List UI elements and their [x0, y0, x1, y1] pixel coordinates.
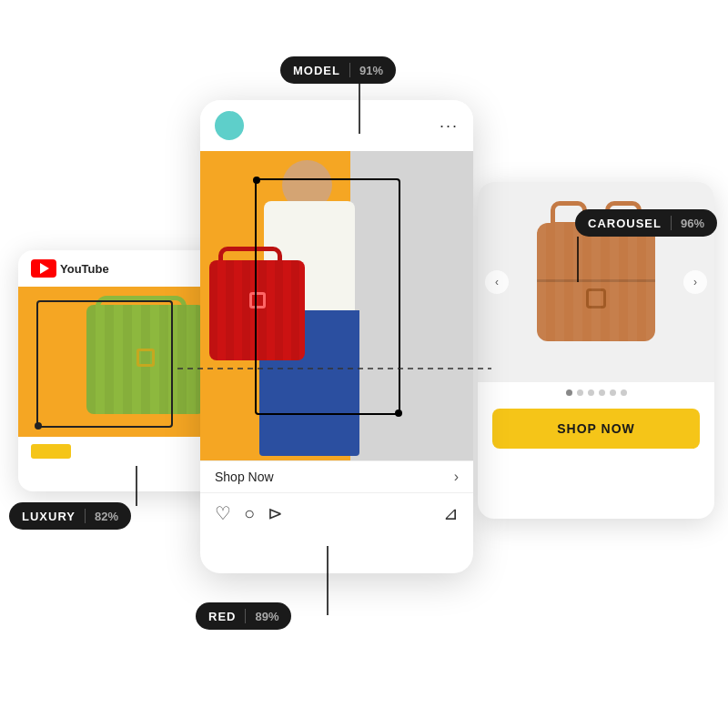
carousel-dot-1	[566, 389, 572, 396]
carousel-dot-5	[610, 389, 616, 396]
carousel-dot-6	[621, 389, 627, 396]
comment-icon[interactable]: ○	[244, 503, 255, 524]
model-badge-divider	[349, 63, 350, 77]
insta-selection-dot-tl	[253, 177, 260, 184]
ecom-carousel-dots	[478, 382, 714, 399]
insta-actions-row: ♡ ○ ⊳ ⊿	[200, 493, 473, 530]
next-arrow-button[interactable]: ›	[683, 270, 707, 294]
insta-selection-box	[255, 178, 400, 415]
model-badge-label: MODEL	[293, 64, 340, 77]
youtube-icon	[31, 259, 56, 278]
red-badge-divider	[245, 609, 246, 623]
luxury-badge-pct: 82%	[95, 510, 118, 523]
bookmark-icon[interactable]: ⊿	[443, 502, 459, 524]
ecom-shop-now-button[interactable]: SHOP NOW	[492, 409, 700, 449]
luxury-badge: LUXURY 82%	[9, 502, 131, 530]
scene: YouTube ···	[0, 0, 728, 728]
carousel-badge-divider	[671, 216, 672, 230]
red-badge-label: RED	[208, 610, 236, 623]
insta-shop-row[interactable]: Shop Now ›	[200, 460, 473, 493]
carousel-dot-4	[599, 389, 605, 396]
yt-selection-dot	[35, 422, 42, 430]
carousel-dot-3	[588, 389, 594, 396]
insta-chevron-icon: ›	[454, 469, 459, 485]
yt-title: YouTube	[60, 262, 109, 276]
insta-avatar	[215, 111, 244, 140]
carousel-badge-pct: 96%	[681, 217, 704, 230]
heart-icon[interactable]: ♡	[215, 502, 231, 524]
yt-yellow-bar	[31, 444, 71, 459]
carousel-badge-label: CAROUSEL	[588, 217, 662, 230]
prev-arrow-button[interactable]: ‹	[485, 270, 509, 294]
insta-image	[200, 151, 473, 460]
yt-logo: YouTube	[31, 259, 109, 278]
red-badge: RED 89%	[196, 602, 291, 630]
instagram-card: ···	[200, 100, 473, 573]
insta-shop-now-label: Shop Now	[215, 470, 274, 484]
ecom-nav-arrows: ‹ ›	[478, 270, 714, 294]
luxury-badge-label: LUXURY	[22, 510, 76, 523]
share-icon[interactable]: ⊳	[268, 502, 283, 524]
red-badge-pct: 89%	[255, 610, 278, 623]
yt-selection-box	[36, 300, 173, 428]
model-badge: MODEL 91%	[280, 56, 396, 84]
luxury-badge-divider	[85, 509, 86, 523]
insta-header: ···	[200, 100, 473, 151]
insta-icon-group: ♡ ○ ⊳	[215, 502, 283, 524]
insta-more-icon[interactable]: ···	[440, 116, 459, 136]
model-badge-pct: 91%	[359, 64, 383, 77]
carousel-dot-2	[577, 389, 583, 396]
insta-selection-dot-br	[395, 410, 402, 417]
carousel-badge: CAROUSEL 96%	[575, 209, 717, 237]
